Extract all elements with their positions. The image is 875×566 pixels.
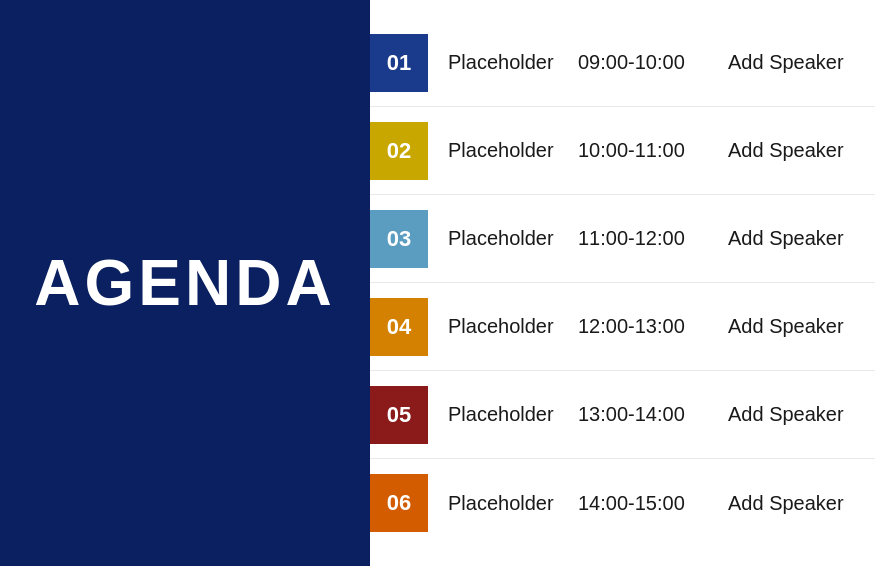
add-speaker-button[interactable]: Add Speaker bbox=[728, 492, 844, 515]
agenda-row: 01Placeholder09:00-10:00Add Speaker bbox=[370, 19, 875, 107]
number-label-02: 02 bbox=[387, 138, 411, 164]
agenda-title: AGENDA bbox=[34, 246, 335, 320]
row-placeholder: Placeholder bbox=[428, 315, 578, 338]
row-placeholder: Placeholder bbox=[428, 51, 578, 74]
number-label-04: 04 bbox=[387, 314, 411, 340]
number-label-06: 06 bbox=[387, 490, 411, 516]
agenda-row: 02Placeholder10:00-11:00Add Speaker bbox=[370, 107, 875, 195]
row-time: 11:00-12:00 bbox=[578, 227, 728, 250]
row-time: 12:00-13:00 bbox=[578, 315, 728, 338]
add-speaker-button[interactable]: Add Speaker bbox=[728, 403, 844, 426]
add-speaker-button[interactable]: Add Speaker bbox=[728, 315, 844, 338]
row-time: 10:00-11:00 bbox=[578, 139, 728, 162]
number-badge-02: 02 bbox=[370, 122, 428, 180]
add-speaker-button[interactable]: Add Speaker bbox=[728, 139, 844, 162]
agenda-row: 05Placeholder13:00-14:00Add Speaker bbox=[370, 371, 875, 459]
add-speaker-button[interactable]: Add Speaker bbox=[728, 227, 844, 250]
row-placeholder: Placeholder bbox=[428, 403, 578, 426]
row-time: 14:00-15:00 bbox=[578, 492, 728, 515]
left-panel: AGENDA bbox=[0, 0, 370, 566]
number-label-01: 01 bbox=[387, 50, 411, 76]
number-badge-06: 06 bbox=[370, 474, 428, 532]
row-time: 13:00-14:00 bbox=[578, 403, 728, 426]
row-placeholder: Placeholder bbox=[428, 492, 578, 515]
row-time: 09:00-10:00 bbox=[578, 51, 728, 74]
right-panel: 01Placeholder09:00-10:00Add Speaker02Pla… bbox=[370, 0, 875, 566]
agenda-row: 03Placeholder11:00-12:00Add Speaker bbox=[370, 195, 875, 283]
number-label-05: 05 bbox=[387, 402, 411, 428]
agenda-row: 06Placeholder14:00-15:00Add Speaker bbox=[370, 459, 875, 547]
add-speaker-button[interactable]: Add Speaker bbox=[728, 51, 844, 74]
number-badge-03: 03 bbox=[370, 210, 428, 268]
number-label-03: 03 bbox=[387, 226, 411, 252]
number-badge-01: 01 bbox=[370, 34, 428, 92]
row-placeholder: Placeholder bbox=[428, 227, 578, 250]
row-placeholder: Placeholder bbox=[428, 139, 578, 162]
agenda-row: 04Placeholder12:00-13:00Add Speaker bbox=[370, 283, 875, 371]
number-badge-05: 05 bbox=[370, 386, 428, 444]
number-badge-04: 04 bbox=[370, 298, 428, 356]
